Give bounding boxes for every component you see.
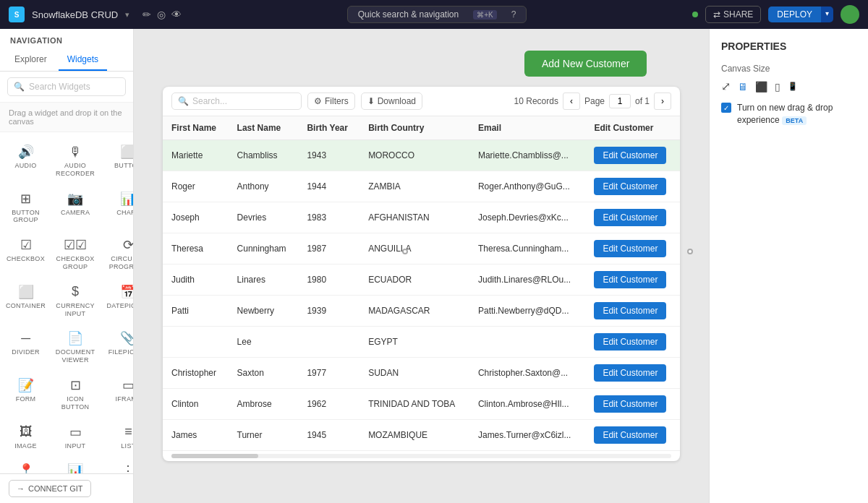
widget-item-input[interactable]: ▭INPUT bbox=[50, 418, 101, 456]
widget-item-document-viewer[interactable]: 📄DOCUMENT VIEWER bbox=[50, 324, 101, 370]
widget-item-filepicker[interactable]: 📎FILEPICKER bbox=[102, 324, 133, 370]
widget-item-audio[interactable]: 🔊AUDIO bbox=[3, 138, 48, 184]
edit-customer-button[interactable]: Edit Customer bbox=[594, 333, 666, 351]
widget-item-currency-input[interactable]: $CURRENCY INPUT bbox=[50, 278, 101, 324]
widget-item-list[interactable]: ≡LIST bbox=[102, 418, 133, 456]
table-cell: Roger bbox=[163, 171, 229, 202]
widget-icon: 🔊 bbox=[15, 144, 37, 160]
table-cell: 1945 bbox=[298, 420, 359, 451]
table-cell: ANGUILLA bbox=[359, 233, 469, 265]
edit-customer-cell: Edit Customer bbox=[585, 389, 680, 420]
widget-item-container[interactable]: ⬜CONTAINER bbox=[3, 278, 48, 324]
edit-customer-cell: Edit Customer bbox=[585, 202, 680, 233]
tab-explorer[interactable]: Explorer bbox=[6, 49, 56, 71]
scrollbar-thumb[interactable] bbox=[171, 454, 258, 458]
help-icon[interactable]: ? bbox=[511, 9, 516, 20]
main-layout: NAVIGATION Explorer Widgets 🔍 Search Wid… bbox=[0, 29, 868, 503]
table-cell: Theresa.Cunningham... bbox=[469, 233, 585, 265]
edit-customer-button[interactable]: Edit Customer bbox=[594, 271, 666, 288]
deploy-group: DEPLOY ▾ bbox=[768, 7, 833, 22]
edit-customer-cell: Edit Customer bbox=[585, 171, 680, 202]
widget-label: DATEPICKER bbox=[106, 302, 133, 310]
widget-item-divider[interactable]: ─DIVIDER bbox=[3, 324, 48, 370]
widget-search-container: 🔍 Search Widgets bbox=[0, 72, 133, 103]
widget-item-circular-progress[interactable]: ⟳CIRCULAR PROGRESS bbox=[102, 231, 133, 277]
horizontal-scrollbar[interactable] bbox=[171, 454, 671, 458]
dropdown-arrow-icon[interactable]: ▾ bbox=[125, 10, 129, 20]
prev-page-button[interactable]: ‹ bbox=[563, 93, 580, 110]
widget-item-button[interactable]: ⬜BUTTON bbox=[102, 138, 133, 184]
resize-handle-top[interactable] bbox=[402, 249, 408, 254]
table-row: PattiNewberry1939MADAGASCARPatti.Newberr… bbox=[163, 296, 680, 327]
widget-label: IFRAME bbox=[115, 395, 133, 403]
widget-item-camera[interactable]: 📷CAMERA bbox=[50, 185, 101, 231]
download-icon: ⬇ bbox=[367, 96, 375, 106]
deploy-button[interactable]: DEPLOY bbox=[768, 7, 821, 22]
widget-label: CAMERA bbox=[61, 209, 90, 217]
edit-customer-button[interactable]: Edit Customer bbox=[594, 147, 666, 164]
widget-item-image[interactable]: 🖼IMAGE bbox=[3, 418, 48, 456]
edit-customer-button[interactable]: Edit Customer bbox=[594, 302, 666, 319]
search-nav-icon[interactable]: ◎ bbox=[157, 9, 166, 20]
page-number-input[interactable]: 1 bbox=[609, 94, 631, 108]
table-cell: MADAGASCAR bbox=[359, 296, 469, 327]
widget-item-checkbox-group[interactable]: ☑☑CHECKBOX GROUP bbox=[50, 231, 101, 277]
widget-item-button-group[interactable]: ⊞BUTTON GROUP bbox=[3, 185, 48, 231]
widget-icon: ⟳ bbox=[117, 237, 133, 253]
git-icon: → bbox=[17, 484, 25, 493]
table-search-input[interactable]: 🔍 Search... bbox=[171, 93, 302, 110]
edit-customer-button[interactable]: Edit Customer bbox=[594, 178, 666, 195]
deploy-dropdown-arrow[interactable]: ▾ bbox=[821, 7, 833, 22]
widget-item-audio-recorder[interactable]: 🎙AUDIO RECORDER bbox=[50, 138, 101, 184]
edit-customer-button[interactable]: Edit Customer bbox=[594, 209, 666, 226]
download-button[interactable]: ⬇ Download bbox=[361, 93, 422, 110]
widget-icon: ⋮ bbox=[117, 463, 133, 473]
add-new-customer-button[interactable]: Add New Customer bbox=[524, 51, 647, 77]
widget-item-map[interactable]: 📍MAP bbox=[3, 457, 48, 473]
edit-customer-button[interactable]: Edit Customer bbox=[594, 395, 666, 413]
tablet-portrait-icon[interactable]: ▯ bbox=[775, 81, 780, 93]
table-cell: 1943 bbox=[298, 140, 359, 171]
widget-item-map-chart[interactable]: 📊MAP CHART bbox=[50, 457, 101, 473]
resize-expand-icon[interactable]: ⤢ bbox=[721, 79, 731, 93]
widget-item-datepicker[interactable]: 📅DATEPICKER bbox=[102, 278, 133, 324]
table-row: LeeEGYPTEdit Customer bbox=[163, 327, 680, 358]
search-box[interactable]: Quick search & navigation ⌘+K ? bbox=[347, 6, 527, 23]
table-cell: 1939 bbox=[298, 296, 359, 327]
edit-customer-button[interactable]: Edit Customer bbox=[594, 426, 666, 444]
data-table: First NameLast NameBirth YearBirth Count… bbox=[163, 116, 680, 451]
resize-handle-right[interactable] bbox=[687, 249, 693, 254]
edit-customer-button[interactable]: Edit Customer bbox=[594, 364, 666, 382]
table-row: MarietteChambliss1943MOROCCOMariette.Cha… bbox=[163, 140, 680, 171]
table-cell: 1962 bbox=[298, 389, 359, 420]
table-cell: Judith.Linares@RLOu... bbox=[469, 265, 585, 296]
tablet-landscape-icon[interactable]: ⬛ bbox=[755, 81, 767, 93]
drag-drop-checkbox[interactable]: ✓ bbox=[721, 103, 731, 113]
edit-icon[interactable]: ✏ bbox=[142, 9, 151, 20]
table-row: JudithLinares1980ECUADORJudith.Linares@R… bbox=[163, 265, 680, 296]
desktop-icon[interactable]: 🖥 bbox=[738, 81, 748, 93]
widget-item-form[interactable]: 📝FORM bbox=[3, 371, 48, 417]
table-cell: Turner bbox=[229, 420, 299, 451]
tab-widgets[interactable]: Widgets bbox=[59, 49, 107, 71]
widget-label: CURRENCY INPUT bbox=[53, 302, 98, 318]
mobile-icon[interactable]: 📱 bbox=[788, 82, 798, 91]
widget-item-menu-button[interactable]: ⋮MENU BUTTON bbox=[102, 457, 133, 473]
widget-label: BUTTON GROUP bbox=[6, 209, 46, 225]
sidebar-bottom: → CONNECT GIT bbox=[0, 473, 133, 503]
widget-item-iframe[interactable]: ▭IFRAME bbox=[102, 371, 133, 417]
next-page-button[interactable]: › bbox=[654, 93, 671, 110]
table-cell bbox=[469, 327, 585, 358]
widget-item-checkbox[interactable]: ☑CHECKBOX bbox=[3, 231, 48, 277]
share-button[interactable]: ⇄ SHARE bbox=[705, 6, 761, 23]
widget-label: DIVIDER bbox=[12, 348, 40, 356]
user-avatar[interactable] bbox=[841, 5, 859, 24]
widget-item-chart[interactable]: 📊CHART bbox=[102, 185, 133, 231]
connect-git-button[interactable]: → CONNECT GIT bbox=[9, 480, 91, 497]
eye-icon[interactable]: 👁 bbox=[171, 9, 182, 20]
widget-search-input[interactable]: 🔍 Search Widgets bbox=[7, 77, 126, 96]
edit-customer-button[interactable]: Edit Customer bbox=[594, 240, 666, 257]
widget-item-icon-button[interactable]: ⊡ICON BUTTON bbox=[50, 371, 101, 417]
sidebar-tabs: Explorer Widgets bbox=[0, 49, 133, 72]
filter-button[interactable]: ⚙ Filters bbox=[307, 93, 355, 110]
